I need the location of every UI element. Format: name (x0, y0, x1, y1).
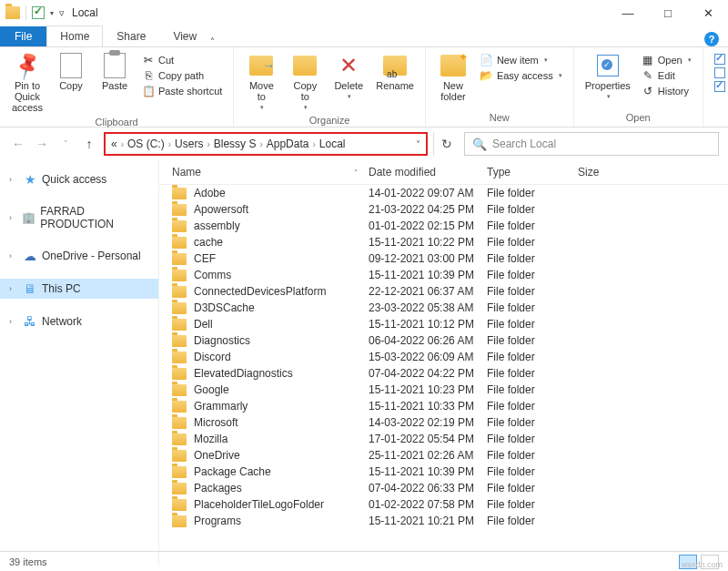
delete-button[interactable]: ✕ Delete ▾ (329, 51, 369, 102)
edit-button[interactable]: ✎Edit (638, 68, 695, 83)
table-row[interactable]: Apowersoft21-03-2022 04:25 PMFile folder (159, 201, 728, 218)
pin-to-quick-access-button[interactable]: 📌 Pin to Quick access (7, 51, 47, 115)
table-row[interactable]: ElevatedDiagnostics07-04-2022 04:22 PMFi… (159, 365, 728, 382)
back-button[interactable]: ← (9, 135, 27, 153)
breadcrumb-item[interactable]: Blessy S (214, 138, 257, 150)
table-row[interactable]: D3DSCache23-03-2022 05:38 AMFile folder (159, 300, 728, 316)
file-date: 23-03-2022 05:38 AM (369, 301, 487, 314)
breadcrumb-item[interactable]: OS (C:) (127, 138, 165, 150)
breadcrumb-overflow[interactable]: « (111, 138, 117, 150)
table-row[interactable]: PlaceholderTileLogoFolder01-02-2022 07:5… (159, 496, 728, 513)
sidebar-item-network[interactable]: › 🖧 Network (0, 311, 158, 331)
table-row[interactable]: Grammarly15-11-2021 10:33 PMFile folder (159, 398, 728, 414)
column-type[interactable]: Type (487, 166, 578, 178)
paste-shortcut-button[interactable]: 📋Paste shortcut (138, 84, 226, 98)
table-row[interactable]: Packages07-04-2022 06:33 PMFile folder (159, 480, 728, 496)
table-row[interactable]: Package Cache15-11-2021 10:39 PMFile fol… (159, 464, 728, 480)
qat-dropdown-icon[interactable]: ▾ (50, 9, 54, 17)
sidebar-item-quick-access[interactable]: › ★ Quick access (0, 169, 158, 189)
new-folder-button[interactable]: New folder (433, 51, 473, 104)
table-row[interactable]: Microsoft14-03-2022 02:19 PMFile folder (159, 414, 728, 431)
move-to-button[interactable]: Move to ▾ (241, 51, 281, 113)
close-button[interactable]: ✕ (688, 0, 728, 25)
sidebar-item-this-pc[interactable]: › 🖥 This PC (0, 279, 158, 299)
address-bar[interactable]: « › OS (C:) › Users › Blessy S › AppData… (104, 132, 428, 156)
table-row[interactable]: Mozilla17-01-2022 05:54 PMFile folder (159, 431, 728, 447)
select-all-button[interactable]: Select all (711, 53, 728, 66)
table-row[interactable]: OneDrive25-11-2021 02:26 AMFile folder (159, 447, 728, 464)
tab-view[interactable]: View (159, 25, 210, 46)
chevron-right-icon: › (258, 139, 264, 149)
file-date: 17-01-2022 05:54 PM (369, 433, 487, 445)
qat-more[interactable]: ▿ (59, 7, 65, 19)
copy-path-button[interactable]: ⎘Copy path (138, 68, 226, 83)
table-row[interactable]: assembly01-01-2022 02:15 PMFile folder (159, 218, 728, 234)
minimize-button[interactable]: — (608, 0, 648, 25)
refresh-button[interactable]: ↻ (433, 132, 459, 156)
column-name[interactable]: Name˄ (159, 166, 369, 178)
easy-access-button[interactable]: 📂Easy access▾ (477, 68, 566, 83)
new-item-button[interactable]: 📄New item▾ (477, 53, 566, 67)
copy-to-button[interactable]: Copy to ▾ (285, 51, 325, 113)
search-input[interactable]: 🔍 Search Local (464, 132, 719, 156)
tab-file[interactable]: File (0, 26, 46, 46)
column-date[interactable]: Date modified (369, 166, 487, 178)
table-row[interactable]: Adobe14-01-2022 09:07 AMFile folder (159, 185, 728, 201)
invert-selection-button[interactable]: Invert selection (711, 80, 728, 93)
search-icon: 🔍 (472, 138, 487, 151)
table-row[interactable]: cache15-11-2021 10:22 PMFile folder (159, 234, 728, 250)
table-row[interactable]: ConnectedDevicesPlatform22-12-2021 06:37… (159, 283, 728, 300)
rename-button[interactable]: Rename (372, 51, 418, 93)
help-icon[interactable]: ? (704, 32, 719, 46)
breadcrumb-item[interactable]: Users (175, 138, 203, 150)
sidebar-item-onedrive[interactable]: › ☁ OneDrive - Personal (0, 246, 158, 266)
file-name: Mozilla (194, 433, 228, 445)
folder-icon (172, 302, 187, 314)
expand-icon[interactable]: › (9, 251, 18, 260)
cut-button[interactable]: ✂Cut (138, 53, 226, 67)
table-row[interactable]: CEF09-12-2021 03:00 PMFile folder (159, 250, 728, 267)
new-folder-icon (440, 55, 466, 76)
column-size[interactable]: Size (578, 166, 651, 178)
file-list: Name˄ Date modified Type Size Adobe14-01… (159, 160, 728, 566)
breadcrumb-item[interactable]: Local (319, 138, 346, 150)
pc-icon: 🖥 (23, 281, 37, 296)
file-name: ElevatedDiagnostics (194, 367, 293, 380)
table-row[interactable]: Programs15-11-2021 10:21 PMFile folder (159, 513, 728, 529)
folder-icon (172, 253, 187, 265)
ribbon-collapse-icon[interactable]: ˄ (210, 36, 215, 46)
breadcrumb-item[interactable]: AppData (267, 138, 309, 150)
chevron-right-icon: › (205, 139, 211, 149)
tab-home[interactable]: Home (46, 25, 103, 46)
maximize-button[interactable]: □ (648, 0, 688, 25)
table-row[interactable]: Comms15-11-2021 10:39 PMFile folder (159, 267, 728, 283)
expand-icon[interactable]: › (9, 317, 18, 326)
properties-qat-icon[interactable] (32, 6, 45, 19)
expand-icon[interactable]: › (9, 213, 17, 222)
tab-share[interactable]: Share (103, 25, 159, 46)
history-icon: ↺ (642, 85, 654, 97)
history-button[interactable]: ↺History (638, 84, 695, 98)
properties-button[interactable]: Properties ▾ (581, 51, 634, 102)
forward-button[interactable]: → (33, 135, 51, 153)
table-row[interactable]: Dell15-11-2021 10:12 PMFile folder (159, 316, 728, 332)
up-button[interactable]: ↑ (80, 135, 98, 153)
file-date: 25-11-2021 02:26 AM (369, 449, 487, 462)
file-name: CEF (194, 252, 216, 265)
expand-icon[interactable]: › (9, 175, 18, 184)
paste-button[interactable]: Paste (95, 51, 135, 93)
group-clipboard: 📌 Pin to Quick access Copy Paste ✂Cut ⎘C… (0, 47, 234, 127)
recent-locations-button[interactable]: ˅ (56, 135, 75, 153)
open-button[interactable]: ▦Open▾ (638, 53, 695, 67)
table-row[interactable]: Google15-11-2021 10:23 PMFile folder (159, 382, 728, 398)
quick-access-icon: ★ (23, 172, 37, 187)
file-name: Packages (194, 482, 242, 495)
window-title: Local (72, 6, 98, 19)
address-dropdown-icon[interactable]: ˅ (416, 139, 420, 149)
sidebar-item-farrad[interactable]: › 🏢 FARRAD PRODUCTION (0, 202, 158, 233)
table-row[interactable]: Diagnostics06-04-2022 06:26 AMFile folde… (159, 332, 728, 349)
table-row[interactable]: Discord15-03-2022 06:09 AMFile folder (159, 349, 728, 365)
expand-icon[interactable]: › (9, 284, 18, 293)
copy-button[interactable]: Copy (51, 51, 91, 93)
select-none-button[interactable]: Select none (711, 66, 728, 79)
